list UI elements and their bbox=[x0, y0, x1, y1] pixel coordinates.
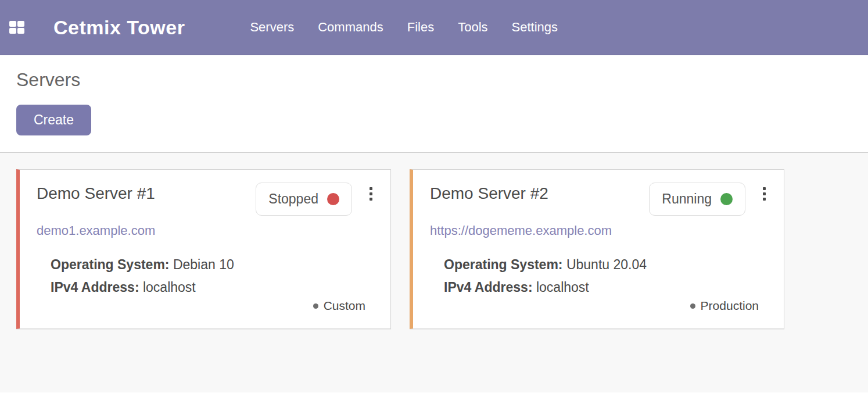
tag-row: Production bbox=[430, 299, 767, 313]
server-details: Operating System: Debian 10 IPv4 Address… bbox=[51, 253, 374, 299]
os-value: Debian 10 bbox=[173, 257, 234, 272]
create-button[interactable]: Create bbox=[16, 105, 91, 135]
tag-dot-icon bbox=[313, 303, 318, 309]
server-card-demo-server-2[interactable]: Demo Server #2 Running https://dogememe.… bbox=[410, 169, 784, 329]
kebab-menu-icon[interactable] bbox=[762, 186, 767, 202]
menu-item-commands[interactable]: Commands bbox=[318, 20, 383, 35]
status-label: Running bbox=[662, 191, 712, 207]
page-title: Servers bbox=[16, 69, 852, 91]
kanban-view: Demo Server #1 Stopped demo1.example.com… bbox=[0, 153, 868, 392]
server-tag: Production bbox=[690, 299, 759, 313]
status-dot-icon bbox=[327, 193, 339, 205]
server-tag: Custom bbox=[313, 299, 365, 313]
status-badge[interactable]: Stopped bbox=[256, 183, 352, 216]
os-label: Operating System: bbox=[444, 257, 563, 272]
brand-title[interactable]: Cetmix Tower bbox=[53, 16, 185, 39]
menu-item-files[interactable]: Files bbox=[407, 20, 434, 35]
status-label: Stopped bbox=[268, 191, 318, 207]
tag-label: Production bbox=[701, 299, 759, 313]
menu-item-tools[interactable]: Tools bbox=[458, 20, 487, 35]
status-dot-icon bbox=[720, 193, 733, 205]
ip-value: localhost bbox=[536, 280, 589, 295]
apps-grid-icon[interactable] bbox=[9, 21, 24, 34]
top-navbar: Cetmix Tower Servers Commands Files Tool… bbox=[0, 0, 868, 55]
card-header: Demo Server #2 Running bbox=[430, 183, 767, 216]
tag-label: Custom bbox=[324, 299, 365, 313]
os-row: Operating System: Debian 10 bbox=[51, 253, 374, 276]
ip-row: IPv4 Address: localhost bbox=[444, 276, 767, 299]
ip-label: IPv4 Address: bbox=[51, 280, 139, 295]
tag-row: Custom bbox=[37, 299, 374, 313]
server-url-link[interactable]: https://dogememe.example.com bbox=[430, 223, 767, 238]
server-url-link[interactable]: demo1.example.com bbox=[37, 223, 374, 238]
server-name: Demo Server #1 bbox=[37, 184, 155, 203]
kebab-menu-icon[interactable] bbox=[368, 186, 374, 202]
status-badge[interactable]: Running bbox=[649, 183, 745, 216]
server-name: Demo Server #2 bbox=[430, 184, 548, 203]
control-panel: Servers Create bbox=[0, 55, 868, 153]
menu-item-settings[interactable]: Settings bbox=[512, 20, 558, 35]
tag-dot-icon bbox=[690, 303, 695, 309]
ip-row: IPv4 Address: localhost bbox=[51, 276, 374, 299]
menu-item-servers[interactable]: Servers bbox=[250, 20, 294, 35]
os-row: Operating System: Ubuntu 20.04 bbox=[444, 253, 767, 276]
ip-label: IPv4 Address: bbox=[444, 280, 533, 295]
os-value: Ubuntu 20.04 bbox=[566, 257, 647, 272]
main-menu: Servers Commands Files Tools Settings bbox=[250, 20, 558, 35]
os-label: Operating System: bbox=[51, 257, 170, 272]
server-details: Operating System: Ubuntu 20.04 IPv4 Addr… bbox=[444, 253, 767, 299]
server-card-demo-server-1[interactable]: Demo Server #1 Stopped demo1.example.com… bbox=[16, 169, 391, 329]
ip-value: localhost bbox=[143, 280, 196, 295]
card-header: Demo Server #1 Stopped bbox=[37, 183, 374, 216]
